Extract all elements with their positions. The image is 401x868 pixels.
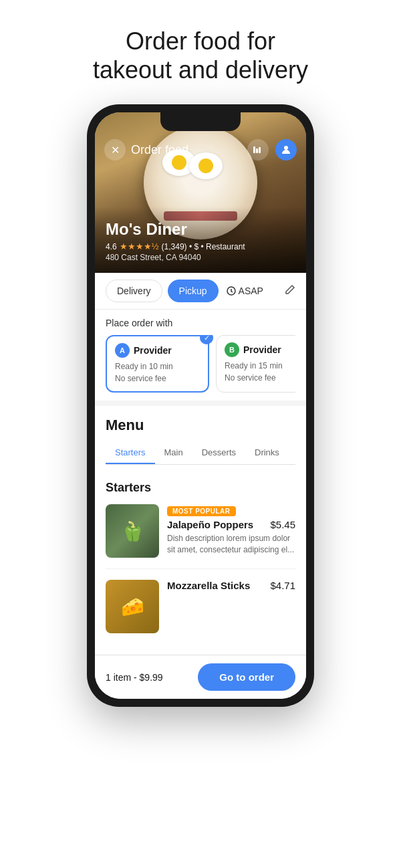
- phone-mockup: ✕ Order food: [87, 104, 314, 707]
- close-button[interactable]: ✕: [104, 139, 126, 160]
- provider-a-header: A Provider: [115, 343, 200, 358]
- mozzarella-sticks-price: $4.71: [270, 580, 295, 591]
- svg-rect-2: [259, 147, 261, 153]
- jalapeno-poppers-info: MOST POPULAR Jalapeño Poppers $5.45 Dish…: [167, 504, 295, 558]
- provider-section: Place order with ✓ A Provider Ready in 1…: [95, 310, 306, 401]
- tab-main[interactable]: Main: [155, 442, 192, 464]
- provider-card-b[interactable]: B Provider Ready in 15 minNo service fee: [216, 335, 295, 393]
- provider-b-detail: Ready in 15 minNo service fee: [225, 360, 295, 384]
- svg-rect-1: [256, 148, 258, 153]
- mozzarella-sticks-name: Mozzarella Sticks: [167, 580, 265, 591]
- tab-sweets-treats[interactable]: Sweets & Treats: [289, 442, 295, 464]
- nav-title: Order food: [131, 143, 188, 157]
- go-to-order-button[interactable]: Go to order: [198, 663, 295, 691]
- menu-section: Menu Starters Main Desserts Drinks Sweet…: [95, 401, 306, 470]
- pickup-tab[interactable]: Pickup: [168, 280, 219, 302]
- jalapeno-poppers-image: 🫑: [106, 504, 159, 558]
- delivery-tab[interactable]: Delivery: [106, 280, 162, 302]
- tab-desserts[interactable]: Desserts: [192, 442, 245, 464]
- hero-nav: ✕ Order food: [95, 139, 306, 160]
- menu-item-jalapeno-poppers[interactable]: 🫑 MOST POPULAR Jalapeño Poppers $5.45 Di…: [106, 504, 295, 569]
- selected-check-icon: ✓: [200, 335, 213, 344]
- provider-b-header: B Provider: [225, 342, 295, 357]
- jalapeno-name-price: Jalapeño Poppers $5.45: [167, 519, 295, 530]
- provider-a-badge: A: [115, 343, 130, 358]
- starters-title: Starters: [106, 481, 295, 495]
- cart-info: 1 item - $9.99: [106, 672, 163, 683]
- provider-a-name: Provider: [134, 345, 172, 356]
- time-selector[interactable]: ASAP: [227, 286, 263, 296]
- page-header: Order food for takeout and delivery: [66, 0, 335, 104]
- provider-card-a[interactable]: ✓ A Provider Ready in 10 minNo service f…: [106, 335, 209, 393]
- provider-a-detail: Ready in 10 minNo service fee: [115, 360, 200, 385]
- provider-b-name: Provider: [243, 344, 281, 355]
- starters-section: Starters 🫑 MOST POPULAR Jalapeño Poppers…: [95, 470, 306, 655]
- profile-button[interactable]: [275, 139, 297, 160]
- provider-cards-list: ✓ A Provider Ready in 10 minNo service f…: [106, 335, 295, 393]
- mozzarella-sticks-image: 🧀: [106, 580, 159, 633]
- edit-time-button[interactable]: [285, 284, 295, 298]
- hero-image: ✕ Order food: [95, 112, 306, 273]
- svg-point-3: [284, 146, 288, 150]
- menu-tabs: Starters Main Desserts Drinks Sweets & T…: [106, 442, 295, 465]
- menu-title: Menu: [106, 417, 295, 434]
- tab-starters[interactable]: Starters: [106, 442, 155, 464]
- mozzarella-sticks-info: Mozzarella Sticks $4.71: [167, 580, 295, 633]
- clock-icon: [227, 286, 236, 296]
- mozzarella-name-price: Mozzarella Sticks $4.71: [167, 580, 295, 591]
- restaurant-rating: 4.6 ★★★★½ (1,349) • $ • Restaurant: [106, 241, 295, 251]
- stars-icon: ★★★★½: [120, 241, 159, 251]
- restaurant-address: 480 Cast Street, CA 94040: [106, 253, 295, 262]
- svg-rect-0: [253, 146, 255, 153]
- phone-screen: ✕ Order food: [95, 112, 306, 699]
- tab-drinks[interactable]: Drinks: [245, 442, 289, 464]
- more-options-button[interactable]: [247, 139, 269, 160]
- provider-section-label: Place order with: [106, 318, 295, 328]
- jalapeno-poppers-price: $5.45: [270, 519, 295, 530]
- jalapeno-poppers-name: Jalapeño Poppers: [167, 519, 265, 530]
- restaurant-overlay: Mo's Diner 4.6 ★★★★½ (1,349) • $ • Resta…: [95, 207, 306, 273]
- menu-item-mozzarella-sticks[interactable]: 🧀 Mozzarella Sticks $4.71: [106, 580, 295, 644]
- popular-badge: MOST POPULAR: [167, 506, 236, 516]
- provider-b-badge: B: [225, 342, 239, 357]
- bottom-bar: 1 item - $9.99 Go to order: [95, 655, 306, 699]
- phone-notch: [160, 112, 241, 131]
- jalapeno-poppers-desc: Dish description lorem ipsum dolor sit a…: [167, 533, 295, 556]
- restaurant-name: Mo's Diner: [106, 220, 295, 239]
- order-type-tabs: Delivery Pickup ASAP: [95, 273, 306, 310]
